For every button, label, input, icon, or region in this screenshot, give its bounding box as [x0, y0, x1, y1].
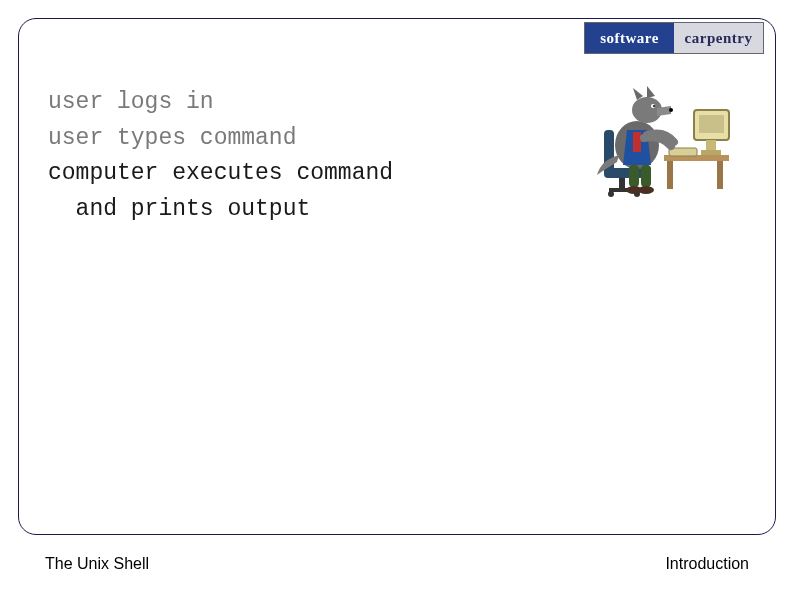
- svg-point-23: [638, 186, 654, 194]
- svg-rect-21: [641, 165, 651, 187]
- svg-rect-15: [633, 132, 641, 152]
- footer-right: Introduction: [665, 555, 749, 573]
- svg-point-17: [669, 108, 673, 112]
- svg-rect-2: [717, 161, 723, 189]
- logo-left-text: software: [585, 23, 674, 53]
- software-carpentry-logo: software carpentry: [584, 22, 764, 54]
- svg-rect-6: [701, 150, 721, 155]
- svg-rect-20: [629, 165, 639, 187]
- svg-rect-5: [706, 140, 716, 150]
- wolf-at-computer-illustration: [589, 80, 739, 200]
- svg-rect-4: [699, 115, 724, 133]
- svg-point-19: [653, 105, 655, 107]
- logo-right-text: carpentry: [674, 23, 763, 53]
- svg-point-12: [608, 191, 614, 197]
- footer-left: The Unix Shell: [45, 555, 149, 573]
- svg-rect-1: [667, 161, 673, 189]
